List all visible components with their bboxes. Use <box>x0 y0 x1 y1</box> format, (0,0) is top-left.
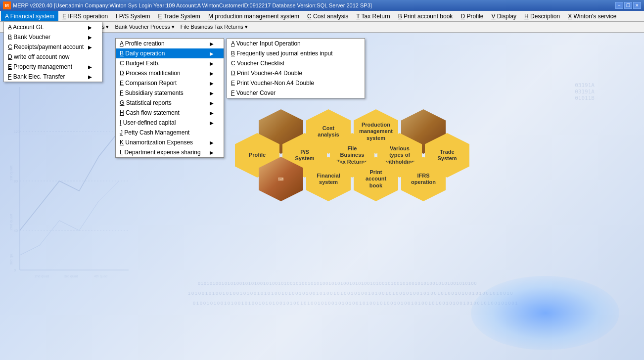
dd-voucher-print-a4[interactable]: D Print Voucher-A4 Double <box>227 68 365 78</box>
menu-cost[interactable]: C Cost analysis <box>303 11 352 21</box>
dropdown-daily: A Profile creation ▶ B Daily operation ▶… <box>115 38 224 158</box>
dropdown-voucher: A Voucher Input Operation B Frequently u… <box>227 38 365 98</box>
restore-button[interactable]: ❐ <box>624 2 632 9</box>
bg-binary-3: 0100101001010010100101010010100101001010… <box>193 301 519 306</box>
dd-daily-petty-cash[interactable]: J Petty Cash Management <box>116 128 224 137</box>
title-text: MERP v2020.40 [User:admin Company:Winton… <box>13 2 615 8</box>
hex-print-account-book[interactable]: Printaccountbook <box>354 157 398 201</box>
dd-voucher-frequently-used[interactable]: B Frequently used journal entries input <box>227 48 365 58</box>
dd-item-bank-elec[interactable]: F Bank Elec. Transfer ▶ <box>4 72 102 82</box>
dd-item-bank-voucher[interactable]: B Bank Voucher ▶ <box>4 32 102 42</box>
dd-daily-subsidiary-statements[interactable]: F Subsidiary statements ▶ <box>116 88 224 98</box>
dd-daily-budget-estb[interactable]: C Budget Estb. ▶ <box>116 58 224 68</box>
toolbar-file-business-tax[interactable]: File Business Tax Returns ▾ <box>178 23 251 31</box>
hex-row-bottom: ⌨ Financialsystem Printaccountbook IFRSo… <box>259 157 446 201</box>
menu-display[interactable]: V Display <box>487 11 520 21</box>
title-bar: M MERP v2020.40 [User:admin Company:Wint… <box>0 0 644 11</box>
menu-bar: A Financial system E IFRS operation I P/… <box>0 11 644 22</box>
dd-daily-statistical-reports[interactable]: G Statistical reports ▶ <box>116 98 224 108</box>
blue-glow <box>471 276 619 350</box>
svg-text:0: 0 <box>14 269 16 272</box>
dd-voucher-checklist[interactable]: C Voucher Checklist <box>227 58 365 68</box>
dd-daily-daily-operation[interactable]: B Daily operation ▶ <box>116 48 224 58</box>
dd-daily-unamortization[interactable]: K Unamortization Expenses ▶ <box>116 137 224 147</box>
svg-text:80: 80 <box>14 180 18 183</box>
app-icon: M <box>3 1 11 9</box>
dd-voucher-cover[interactable]: F Voucher Cover <box>227 88 365 98</box>
svg-text:120: 120 <box>14 130 20 134</box>
toolbar-bank-voucher-process[interactable]: Bank Voucher Process ▾ <box>112 23 178 31</box>
window-controls: − ❐ ✕ <box>615 2 641 9</box>
menu-financial[interactable]: A Financial system <box>1 11 58 21</box>
dd-daily-profile-creation[interactable]: A Profile creation ▶ <box>116 39 224 48</box>
svg-text:40: 40 <box>14 229 18 232</box>
svg-text:1st quart: 1st quart <box>10 165 13 181</box>
svg-text:3rd qu.: 3rd qu. <box>10 253 13 265</box>
menu-profile[interactable]: D Profile <box>457 11 487 21</box>
dd-daily-cash-flow[interactable]: H Cash flow statement ▶ <box>116 108 224 118</box>
dropdown-financial: A Account GL ▶ B Bank Voucher ▶ C Receip… <box>3 22 102 82</box>
dd-daily-comparison-report[interactable]: E Comparison Report ▶ <box>116 78 224 88</box>
hex-ifrs-operation[interactable]: IFRSoperation <box>401 157 446 201</box>
menu-ps[interactable]: I P/S System <box>112 11 154 21</box>
dd-daily-user-defined[interactable]: I User-defined capital ▶ <box>116 118 224 128</box>
menu-winton[interactable]: X Winton's service <box>564 11 620 21</box>
dd-item-receipts[interactable]: C Receipts/payment account ▶ <box>4 42 102 52</box>
menu-ifrs[interactable]: E IFRS operation <box>58 11 112 21</box>
menu-production[interactable]: M production management system <box>204 11 303 21</box>
dd-daily-process-modification[interactable]: D Process modification ▶ <box>116 68 224 78</box>
menu-description[interactable]: H Description <box>520 11 564 21</box>
hex-financial-system[interactable]: Financialsystem <box>306 157 351 201</box>
menu-trade[interactable]: E Trade System <box>154 11 204 21</box>
dd-item-account-gl[interactable]: A Account GL ▶ <box>4 22 102 32</box>
svg-text:4th quad: 4th quad <box>94 274 107 278</box>
dd-daily-department-expense[interactable]: L Department expense sharing ▶ <box>116 147 224 157</box>
dd-item-write-off[interactable]: D write off account now <box>4 52 102 62</box>
bg-binary-2: 1010010100101001010010101001010010100101… <box>188 291 514 296</box>
svg-text:3rd quad: 3rd quad <box>64 274 78 278</box>
dd-voucher-print-non-a4[interactable]: E Print Voucher-Non A4 Double <box>227 78 365 88</box>
dd-item-property[interactable]: E Property management ▶ <box>4 62 102 72</box>
menu-print[interactable]: B Print account book <box>394 11 457 21</box>
dd-voucher-input-operation[interactable]: A Voucher Input Operation <box>227 39 365 48</box>
minimize-button[interactable]: − <box>615 2 623 9</box>
bg-numbers: 03191A 03191A 01011B <box>575 82 595 101</box>
bg-binary: 0101010010101001010100101001010010100101… <box>198 281 477 286</box>
svg-text:2nd quad: 2nd quad <box>35 274 49 278</box>
hex-keyboard: ⌨ <box>259 157 303 201</box>
menu-tax[interactable]: T Tax Return <box>352 11 394 21</box>
close-button[interactable]: ✕ <box>633 2 641 9</box>
svg-text:2nd quart: 2nd quart <box>10 213 13 230</box>
